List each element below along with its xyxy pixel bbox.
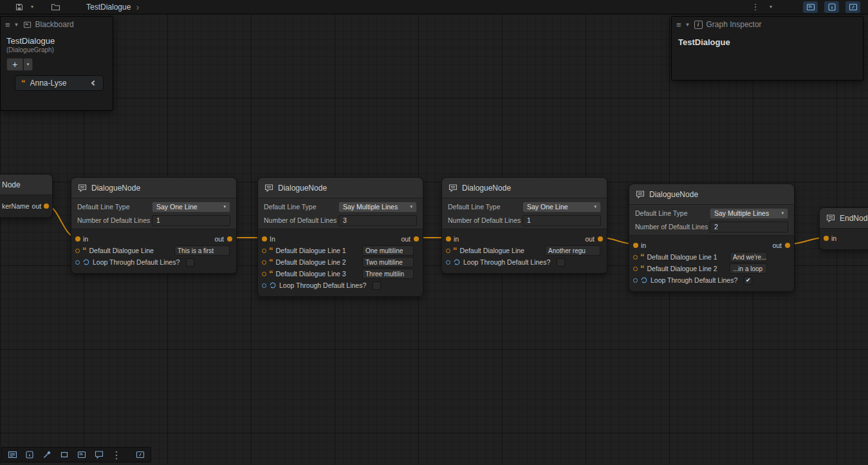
input-port[interactable] bbox=[262, 236, 267, 242]
dialogue-node-1[interactable]: DialogueNode Default Line Type Say One L… bbox=[71, 177, 237, 274]
output-port[interactable] bbox=[598, 236, 603, 242]
line-type-value: Say One Line bbox=[527, 203, 568, 211]
breadcrumb[interactable]: TestDialogue › bbox=[86, 2, 139, 12]
dialogue-line-field[interactable]: ...in a loop bbox=[730, 263, 767, 274]
dialogue-line-label: Default Dialogue Line 1 bbox=[276, 247, 346, 254]
code-preview-button[interactable] bbox=[133, 448, 147, 461]
line-type-value: Say Multiple Lines bbox=[343, 203, 398, 211]
node-title-bar[interactable]: EndNode bbox=[820, 208, 868, 229]
tools-button[interactable] bbox=[40, 448, 54, 461]
save-dropdown-button[interactable]: ▾ bbox=[26, 1, 39, 14]
dialogue-node-2[interactable]: DialogueNode Default Line Type Say Multi… bbox=[257, 177, 423, 297]
line-type-dropdown[interactable]: Say Multiple Lines ▾ bbox=[338, 202, 417, 213]
num-lines-field[interactable]: 1 bbox=[152, 215, 230, 226]
string-port[interactable] bbox=[75, 249, 80, 253]
speaker-node[interactable]: Node kerName out bbox=[0, 174, 53, 218]
line-type-label: Default Line Type bbox=[448, 203, 522, 211]
input-port[interactable] bbox=[446, 236, 451, 242]
output-port[interactable] bbox=[44, 204, 49, 209]
toolbar-more-dropdown-button[interactable]: ▾ bbox=[764, 1, 777, 14]
quote-icon: “ bbox=[269, 248, 273, 253]
dialogue-line-value: ...in a loop bbox=[733, 265, 762, 272]
dialogue-line-value: One multiline bbox=[365, 247, 403, 254]
output-port[interactable] bbox=[414, 236, 419, 242]
dialogue-line-field[interactable]: Three multilin bbox=[362, 269, 414, 279]
input-port[interactable] bbox=[75, 236, 80, 242]
loop-label: Loop Through Default Lines? bbox=[651, 276, 737, 284]
out-port-label: out bbox=[214, 235, 224, 243]
quote-icon: “ bbox=[640, 254, 645, 260]
string-port[interactable] bbox=[633, 255, 638, 260]
dialogue-node-icon bbox=[78, 184, 87, 193]
input-port[interactable] bbox=[824, 236, 829, 241]
num-lines-field[interactable]: 3 bbox=[338, 215, 417, 226]
string-port[interactable] bbox=[633, 267, 638, 271]
node-title-bar[interactable]: DialogueNode bbox=[71, 178, 236, 198]
output-port[interactable] bbox=[785, 243, 790, 248]
dialogue-line-field[interactable]: And we're... bbox=[730, 252, 767, 262]
bool-port[interactable] bbox=[633, 278, 638, 283]
num-lines-value: 2 bbox=[714, 223, 718, 231]
dialogue-line-field[interactable]: This is a first bbox=[174, 245, 230, 256]
add-property-button[interactable]: + bbox=[6, 58, 23, 71]
output-port[interactable] bbox=[227, 236, 232, 242]
toggle-graph-inspector-button[interactable] bbox=[824, 1, 839, 13]
line-type-dropdown[interactable]: Say One Line ▾ bbox=[522, 202, 601, 213]
dropdown-arrow-icon: ▾ bbox=[770, 4, 772, 10]
in-port-label: in bbox=[831, 234, 836, 242]
string-port[interactable] bbox=[262, 260, 266, 265]
input-port[interactable] bbox=[633, 243, 638, 248]
node-title-bar[interactable]: DialogueNode bbox=[442, 178, 607, 198]
blackboard-header[interactable]: ≡ ▼ Blackboard bbox=[1, 17, 113, 32]
dialogue-node-3[interactable]: DialogueNode Default Line Type Say One L… bbox=[441, 177, 607, 274]
num-lines-field[interactable]: 1 bbox=[522, 215, 601, 226]
string-port[interactable] bbox=[262, 249, 266, 253]
loop-checkbox[interactable] bbox=[186, 258, 194, 267]
string-port[interactable] bbox=[262, 272, 266, 276]
loop-checkbox[interactable] bbox=[557, 258, 565, 267]
speech-bubble-icon bbox=[95, 450, 104, 459]
node-title-bar[interactable]: DialogueNode bbox=[258, 178, 423, 198]
end-node[interactable]: EndNode in bbox=[819, 207, 868, 250]
bool-port[interactable] bbox=[75, 260, 80, 265]
add-property-dropdown-button[interactable]: ▾ bbox=[24, 58, 33, 71]
toolbar-more-options-button[interactable]: ⋮ bbox=[749, 1, 762, 14]
dialogue-node-icon bbox=[636, 190, 645, 199]
toggle-blackboard-button[interactable] bbox=[803, 1, 818, 13]
inspector-button[interactable] bbox=[23, 448, 37, 461]
open-folder-button[interactable] bbox=[49, 1, 62, 14]
dialogue-node-4[interactable]: DialogueNode Default Line Type Say Multi… bbox=[629, 184, 795, 292]
dialogue-preview-button[interactable] bbox=[92, 448, 106, 461]
bool-port[interactable] bbox=[262, 283, 266, 288]
line-type-dropdown[interactable]: Say One Line ▾ bbox=[152, 202, 230, 213]
dialogue-line-field[interactable]: Two multiline bbox=[362, 257, 414, 267]
loop-checkbox[interactable] bbox=[373, 281, 381, 290]
line-type-dropdown[interactable]: Say Multiple Lines ▾ bbox=[710, 208, 788, 219]
node-title-bar[interactable]: DialogueNode bbox=[629, 184, 794, 205]
node-title-bar[interactable]: Node bbox=[0, 175, 52, 195]
frame-button[interactable] bbox=[57, 448, 71, 461]
dropdown-arrow-icon: ▾ bbox=[594, 204, 596, 209]
expand-chevron-icon[interactable] bbox=[91, 81, 97, 86]
save-button[interactable] bbox=[13, 1, 26, 14]
console-button[interactable] bbox=[5, 448, 19, 461]
breadcrumb-label: TestDialogue bbox=[86, 3, 131, 12]
blackboard-button[interactable] bbox=[75, 448, 89, 461]
bool-port[interactable] bbox=[446, 260, 450, 265]
blackboard-field-speaker[interactable]: “ Anna-Lyse bbox=[15, 75, 104, 91]
quote-icon: “ bbox=[640, 266, 645, 271]
dialogue-line-field[interactable]: One multiline bbox=[362, 245, 414, 256]
num-lines-field[interactable]: 2 bbox=[710, 222, 788, 232]
top-toolbar: ▾ TestDialogue › ⋮ ▾ bbox=[0, 0, 868, 14]
collapse-arrow-icon[interactable]: ▼ bbox=[14, 22, 19, 28]
collapse-arrow-icon[interactable]: ▼ bbox=[685, 22, 690, 28]
dropdown-arrow-icon: ▾ bbox=[27, 62, 30, 67]
dialogue-line-field[interactable]: Another regu bbox=[545, 245, 600, 256]
more-options-button[interactable]: ⋮ bbox=[109, 448, 124, 461]
string-port[interactable] bbox=[446, 249, 450, 253]
toggle-preview-button[interactable] bbox=[845, 1, 860, 13]
dialogue-line-label: Default Dialogue Line 1 bbox=[647, 253, 717, 261]
graph-inspector-header[interactable]: ≡ ▼ i Graph Inspector bbox=[672, 17, 863, 32]
loop-checkbox-checked[interactable]: ✔ bbox=[744, 276, 752, 285]
blackboard-graph-name[interactable]: TestDialogue bbox=[1, 32, 113, 46]
